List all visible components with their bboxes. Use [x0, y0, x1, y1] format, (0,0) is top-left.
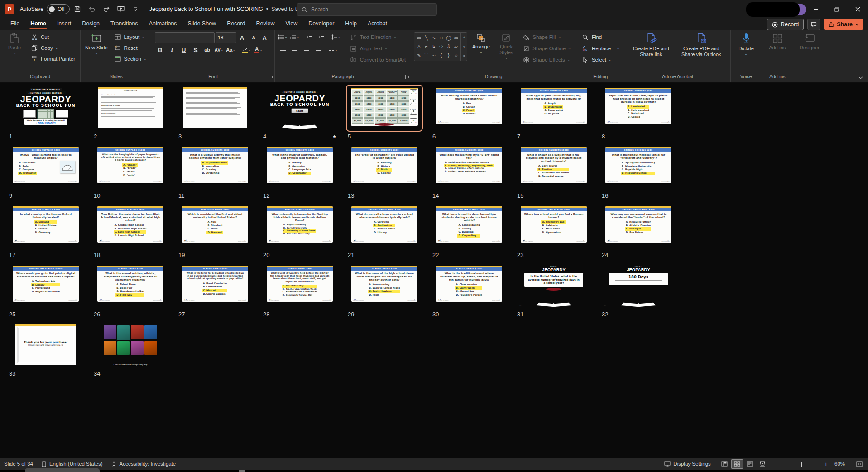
new-slide-button[interactable]: New Slide⌄ [83, 32, 110, 56]
slide-thumbnail-26[interactable]: SCHOOL SPIRIT $200What is the annual out… [94, 264, 167, 308]
slide-thumbnail-20[interactable]: FAMOUS SCHOOLS $1000What university is k… [263, 205, 336, 248]
fit-to-window-button[interactable] [852, 458, 868, 470]
find-button[interactable]: Find [579, 32, 622, 42]
slide-thumbnail-4[interactable]: • MULTIPLE CHOICE EDITION •JEOPARDY BACK… [263, 86, 336, 130]
slide-thumbnail-7[interactable]: SCHOOL SUPPLIES $400What type of paint c… [517, 86, 590, 130]
ribbon-tab-insert[interactable]: Insert [52, 19, 76, 29]
slide-thumbnail-11[interactable]: SCHOOL SUBJECTS $200What is a unique act… [178, 146, 252, 189]
undo-icon[interactable] [85, 3, 99, 15]
reading-view-button[interactable] [744, 459, 756, 469]
slide-thumbnail-34[interactable]: Check out these other listings in my sho… [94, 324, 167, 367]
redo-icon[interactable] [100, 3, 113, 15]
slide-thumbnail-13[interactable]: SCHOOL SUBJECTS $600The "order of operat… [348, 146, 421, 189]
align-right-button[interactable] [301, 45, 312, 55]
accessibility-status[interactable]: Accessibility: Investigate [107, 458, 180, 470]
numbering-button[interactable]: ⌄ [289, 32, 300, 42]
slide-thumbnail-32[interactable]: FINALJEOPARDY 180 Days ↩ [602, 264, 675, 308]
replace-button[interactable]: bc Replace⌄ [579, 43, 622, 53]
font-dialog-launcher[interactable] [269, 75, 273, 79]
ribbon-tab-developer[interactable]: Developer [303, 19, 339, 29]
shapes-gallery-scrollbar[interactable]: ˄˅≡ [460, 33, 467, 61]
close-button[interactable] [847, 0, 868, 18]
ribbon-tab-record[interactable]: Record [222, 19, 250, 29]
slide-thumbnail-1[interactable]: CUSTOMIZABLE TEMPLATE• MULTIPLE CHOICE E… [9, 86, 82, 130]
slide-thumbnail-27[interactable]: SCHOOL SPIRIT $400What is the term for a… [178, 264, 252, 308]
character-spacing-button[interactable]: AV⌄ [214, 45, 225, 55]
align-left-button[interactable] [278, 45, 288, 55]
shape-effects-button[interactable]: Shape Effects⌄ [520, 55, 573, 65]
addins-button[interactable]: Add-ins [766, 32, 789, 52]
slide-thumbnail-3[interactable] [178, 86, 252, 130]
ribbon-tab-animations[interactable]: Animations [144, 19, 182, 29]
slide-thumbnail-31[interactable]: FINALJEOPARDY In the United States, what… [517, 264, 590, 308]
document-title[interactable]: Jeopardy Back to School Fun with SCORING… [149, 6, 321, 12]
align-center-button[interactable] [289, 45, 300, 55]
convert-to-smartart-button[interactable]: Convert to SmartArt [347, 55, 408, 65]
slide-sorter-canvas[interactable]: CUSTOMIZABLE TEMPLATE• MULTIPLE CHOICE E… [0, 83, 868, 458]
text-direction-button[interactable]: Text Direction⌄ [347, 32, 408, 42]
slide-thumbnail-17[interactable]: FAMOUS SCHOOLS $400In what country is th… [9, 205, 82, 248]
autosave-toggle[interactable]: Off [47, 4, 70, 14]
save-icon[interactable] [71, 3, 84, 15]
share-button[interactable]: Share [824, 19, 863, 30]
reset-button[interactable]: Reset [111, 43, 149, 53]
restore-button[interactable] [826, 0, 847, 18]
ribbon-tab-help[interactable]: Help [340, 19, 362, 29]
create-pdf-outlook-button[interactable]: Create PDF and Share via Outlook [677, 32, 726, 58]
change-case-button[interactable]: Aa⌄ [225, 45, 236, 55]
font-size-combo[interactable]: 18⌄ [216, 32, 236, 43]
ribbon-tab-transitions[interactable]: Transitions [106, 19, 143, 29]
ribbon-tab-file[interactable]: File [5, 19, 24, 29]
record-button[interactable]: Record [767, 19, 804, 30]
slide-thumbnail-14[interactable]: SCHOOL SUBJECTS $800What does the learni… [432, 146, 506, 189]
slide-thumbnail-10[interactable]: SCHOOL SUPPLIES $1000What are the hangin… [94, 146, 167, 189]
ribbon-tab-home[interactable]: Home [25, 19, 51, 29]
font-color-button[interactable]: A⌄ [253, 45, 264, 55]
designer-button[interactable]: Designer [798, 32, 821, 52]
shape-outline-button[interactable]: Shape Outline⌄ [520, 43, 573, 53]
slide-thumbnail-8[interactable]: SCHOOL SUPPLIES $600Paper that has a thi… [602, 86, 675, 130]
zoom-in-button[interactable]: + [824, 461, 828, 467]
ribbon-tab-slide-show[interactable]: Slide Show [183, 19, 221, 29]
slide-thumbnail-6[interactable]: SCHOOL SUPPLIES $200What writing utensil… [432, 86, 506, 130]
customize-quick-access-icon[interactable] [129, 3, 142, 15]
slide-thumbnail-23[interactable]: AROUND THE SCHOOL $600Where in a school … [517, 205, 590, 248]
slide-thumbnail-33[interactable]: Thank you for your purchase! Please rate… [9, 324, 82, 367]
columns-button[interactable]: ⌄ [328, 45, 339, 55]
format-painter-button[interactable]: Format Painter [28, 54, 77, 64]
slide-thumbnail-9[interactable]: SCHOOL SUPPLIES $800IMAGE - What learnin… [9, 146, 82, 189]
slide-thumbnail-24[interactable]: AROUND THE SCHOOL $800Who may use see ar… [602, 205, 675, 248]
slide-thumbnail-30[interactable]: SCHOOL SPIRIT $1000What is the tradition… [432, 264, 506, 308]
display-settings-button[interactable]: Display Settings [660, 458, 715, 470]
justify-button[interactable] [313, 45, 324, 55]
bold-button[interactable]: B [155, 45, 166, 55]
shapes-gallery[interactable]: ▭╲↘□◯▭ △⌐↳⇨⇩▱ ✎⌒∼{}☆ ˄˅≡ [414, 32, 467, 61]
increase-font-size-button[interactable]: Aˆ [237, 33, 248, 43]
slide-thumbnail-12[interactable]: SCHOOL SUBJECTS $400What is the study of… [263, 146, 336, 189]
copy-button[interactable]: Copy⌄ [28, 43, 77, 53]
decrease-font-size-button[interactable]: Aˇ [249, 33, 260, 43]
section-button[interactable]: Section⌄ [111, 54, 149, 64]
select-button[interactable]: Select⌄ [579, 55, 622, 65]
slide-thumbnail-19[interactable]: FAMOUS SCHOOLS $800Which is considered t… [178, 205, 252, 248]
decrease-indent-button[interactable] [304, 32, 315, 42]
slide-show-button[interactable] [757, 459, 768, 469]
search-input[interactable]: Search [297, 3, 437, 16]
bullets-button[interactable]: ⌄ [278, 32, 288, 42]
slide-thumbnail-28[interactable]: SCHOOL SPIRIT $600What event is typicall… [263, 264, 336, 308]
font-name-combo[interactable]: ⌄ [155, 32, 215, 43]
dictate-button[interactable]: Dictate⌄ [734, 32, 758, 57]
slide-thumbnail-22[interactable]: AROUND THE SCHOOL $400What term is used … [432, 205, 506, 248]
italic-button[interactable]: I [167, 45, 177, 55]
strikethrough-button[interactable]: ab [202, 45, 213, 55]
underline-button[interactable]: U [178, 45, 189, 55]
slide-thumbnail-29[interactable]: SCHOOL SPIRIT $800What is the name of th… [348, 264, 421, 308]
shape-fill-button[interactable]: Shape Fill⌄ [520, 32, 573, 42]
slide-thumbnail-16[interactable]: FAMOUS SCHOOLS $200What is the famous fi… [602, 146, 675, 189]
slide-sorter-view-button[interactable] [731, 459, 743, 469]
ribbon-tab-acrobat[interactable]: Acrobat [363, 19, 392, 29]
slide-thumbnail-2[interactable]: INSTRUCTIONSHow to Play the Game:Keeping… [94, 86, 167, 130]
paragraph-dialog-launcher[interactable] [405, 75, 409, 79]
comments-icon[interactable] [807, 19, 820, 30]
slide-thumbnail-5[interactable]: SCHOOL SUPPLIESSCHOOL SUBJECTSFAMOUS SCH… [348, 86, 421, 130]
